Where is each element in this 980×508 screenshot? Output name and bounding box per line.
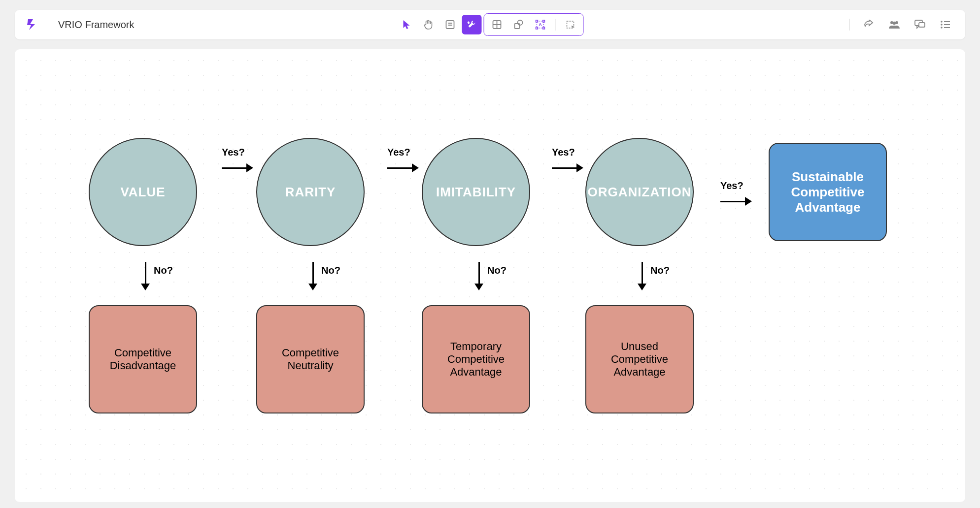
- arrow-shaft: [387, 167, 412, 169]
- diagram-canvas[interactable]: VALUE RARITY IMITABILITY ORGANIZATION Su…: [15, 49, 965, 502]
- arrow-shaft: [145, 262, 146, 284]
- arrow-yes-4[interactable]: Yes?: [720, 197, 752, 206]
- arrow-yes-3[interactable]: Yes?: [552, 163, 583, 172]
- arrow-label: No?: [487, 265, 507, 276]
- arrow-label: No?: [154, 265, 173, 276]
- share-icon[interactable]: [859, 15, 879, 34]
- document-title[interactable]: VRIO Framework: [58, 19, 134, 31]
- node-competitive-disadvantage[interactable]: Competitive Disadvantage: [89, 305, 197, 413]
- arrow-label: Yes?: [222, 147, 245, 158]
- text-frame-tool-icon[interactable]: A: [530, 15, 550, 34]
- arrow-label: No?: [650, 265, 670, 276]
- arrow-shaft: [222, 167, 246, 169]
- node-goal[interactable]: Sustainable Competitive Advantage: [769, 143, 887, 241]
- toolbar-divider: [555, 19, 555, 31]
- node-label: ORGANIZATION: [588, 185, 692, 200]
- shapes-tool-icon[interactable]: [508, 15, 528, 34]
- svg-rect-0: [446, 21, 454, 29]
- arrow-shaft: [312, 262, 314, 284]
- node-label: Temporary Competitive Advantage: [433, 340, 519, 379]
- node-unused-advantage[interactable]: Unused Competitive Advantage: [585, 305, 694, 413]
- note-tool-icon[interactable]: [440, 15, 460, 34]
- comments-icon[interactable]: [910, 15, 930, 34]
- node-label: RARITY: [285, 185, 336, 200]
- svg-text:A: A: [539, 22, 542, 27]
- node-competitive-neutrality[interactable]: Competitive Neutrality: [256, 305, 365, 413]
- arrow-no-1[interactable]: No?: [141, 262, 150, 290]
- select-area-tool-icon[interactable]: [560, 15, 580, 34]
- node-label: Competitive Disadvantage: [100, 347, 186, 372]
- node-value[interactable]: VALUE: [89, 138, 197, 246]
- svg-point-20: [941, 21, 943, 23]
- arrow-head-icon: [246, 163, 253, 172]
- app-logo-icon[interactable]: [25, 18, 38, 32]
- toolbar-right-group: [846, 15, 955, 34]
- arrow-shaft: [478, 262, 480, 284]
- svg-point-7: [517, 20, 522, 25]
- toolbar-outlined-group: A: [483, 13, 583, 36]
- svg-rect-19: [919, 23, 925, 27]
- svg-point-21: [941, 24, 943, 26]
- tools-icon[interactable]: [462, 15, 481, 34]
- arrow-head-icon: [638, 284, 646, 290]
- node-temporary-advantage[interactable]: Temporary Competitive Advantage: [422, 305, 530, 413]
- arrow-shaft: [552, 167, 576, 169]
- node-organization[interactable]: ORGANIZATION: [585, 138, 694, 246]
- toolbar: VRIO Framework A: [15, 10, 965, 39]
- arrow-head-icon: [474, 284, 483, 290]
- arrow-no-3[interactable]: No?: [474, 262, 483, 290]
- toolbar-divider: [849, 19, 850, 31]
- node-label: Sustainable Competitive Advantage: [779, 169, 876, 215]
- node-rarity[interactable]: RARITY: [256, 138, 365, 246]
- node-label: VALUE: [120, 185, 165, 200]
- node-label: IMITABILITY: [436, 185, 516, 200]
- arrow-head-icon: [308, 284, 317, 290]
- people-icon[interactable]: [884, 15, 904, 34]
- arrow-yes-2[interactable]: Yes?: [387, 163, 419, 172]
- arrow-label: Yes?: [387, 147, 410, 158]
- node-label: Competitive Neutrality: [267, 347, 354, 372]
- svg-point-17: [893, 22, 896, 25]
- cursor-tool-icon[interactable]: [397, 15, 416, 34]
- arrow-no-4[interactable]: No?: [638, 262, 646, 290]
- arrow-head-icon: [412, 163, 419, 172]
- arrow-head-icon: [745, 197, 752, 206]
- arrow-no-2[interactable]: No?: [308, 262, 317, 290]
- arrow-shaft: [720, 201, 745, 202]
- list-icon[interactable]: [936, 15, 955, 34]
- arrow-label: Yes?: [552, 147, 575, 158]
- table-tool-icon[interactable]: [487, 15, 507, 34]
- arrow-label: Yes?: [720, 180, 743, 191]
- arrow-yes-1[interactable]: Yes?: [222, 163, 253, 172]
- arrow-shaft: [642, 262, 643, 284]
- node-imitability[interactable]: IMITABILITY: [422, 138, 530, 246]
- arrow-head-icon: [576, 163, 583, 172]
- node-label: Unused Competitive Advantage: [596, 340, 683, 379]
- toolbar-container: VRIO Framework A: [0, 0, 980, 49]
- toolbar-center-group: A: [397, 13, 583, 36]
- arrow-label: No?: [321, 265, 340, 276]
- arrow-head-icon: [141, 284, 150, 290]
- svg-point-22: [941, 27, 943, 29]
- hand-tool-icon[interactable]: [418, 15, 438, 34]
